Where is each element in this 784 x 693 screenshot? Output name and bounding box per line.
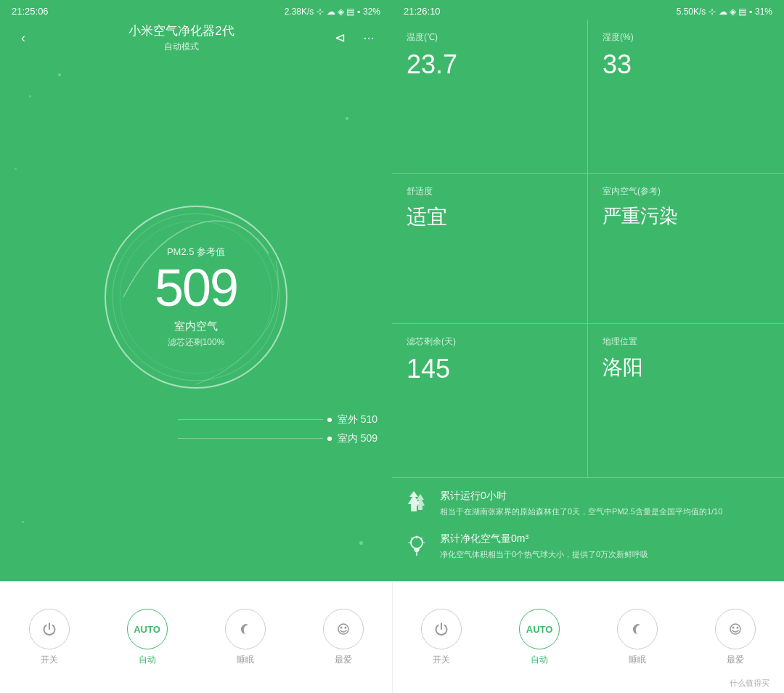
tree-icon xyxy=(404,490,430,521)
temp-value: 23.7 xyxy=(407,49,573,80)
watermark: 什么值得买 xyxy=(724,676,775,689)
svg-point-10 xyxy=(736,627,738,629)
left-screen: 21:25:06 2.38K/s ⊹ ☁ ◈ ▤ ▪ 32% ‹ 小米空气净化器… xyxy=(0,0,392,581)
location-cell: 地理位置 洛阳 xyxy=(588,324,784,478)
humidity-cell: 湿度(%) 33 xyxy=(588,20,784,174)
fav-circle-left[interactable] xyxy=(323,609,364,649)
indoor-value: 室内 509 xyxy=(338,432,377,444)
auto-circle-left[interactable]: AUTO xyxy=(127,609,168,649)
comfort-value: 适宜 xyxy=(407,203,573,231)
temp-label: 温度(℃) xyxy=(407,31,573,44)
svg-point-9 xyxy=(732,627,734,629)
outdoor-dot xyxy=(327,418,332,422)
right-network: 5.50K/s xyxy=(677,7,706,17)
indoor-air-label: 室内空气 xyxy=(155,320,237,333)
left-auto-label: 自动 xyxy=(139,654,156,666)
right-btn-sleep[interactable]: 睡眠 xyxy=(589,609,687,666)
right-btn-auto[interactable]: AUTO 自动 xyxy=(491,609,589,666)
auto-text-right: AUTO xyxy=(526,624,553,635)
stat-item-1: 累计净化空气量0m³ 净化空气体积相当于0个热气球大小，提供了0万次新鲜呼吸 xyxy=(404,532,772,564)
right-btn-power[interactable]: 开关 xyxy=(393,609,491,666)
humidity-value: 33 xyxy=(603,49,769,80)
stat-item-0: 累计运行0小时 相当于在湖南张家界的原始森林住了0天，空气中PM2.5含量是全国… xyxy=(404,490,772,521)
right-auto-label: 自动 xyxy=(531,654,548,666)
left-fav-label: 最爱 xyxy=(335,654,352,666)
left-bottom-bar: 开关 AUTO 自动 睡眠 xyxy=(0,581,392,693)
left-battery: 32% xyxy=(363,7,380,17)
left-btn-auto[interactable]: AUTO 自动 xyxy=(98,609,196,666)
stats-section: 累计运行0小时 相当于在湖南张家界的原始森林住了0天，空气中PM2.5含量是全国… xyxy=(392,478,784,581)
indoor-label: 室内 509 xyxy=(178,432,377,445)
comfort-label: 舒适度 xyxy=(407,185,573,198)
left-status-icons: ⊹ ☁ ◈ ▤ ▪ xyxy=(317,7,360,17)
circle-container: PM2.5 参考值 509 室内空气 滤芯还剩100% xyxy=(94,195,298,399)
particle xyxy=(29,95,31,97)
right-status-icons: ⊹ ☁ ◈ ▤ ▪ xyxy=(709,7,752,17)
sleep-circle-left[interactable] xyxy=(225,609,266,649)
left-btn-power[interactable]: 开关 xyxy=(0,609,98,666)
particle xyxy=(346,117,348,120)
right-battery: 31% xyxy=(755,7,772,17)
right-status-bar: 21:26:10 5.50K/s ⊹ ☁ ◈ ▤ ▪ 31% xyxy=(392,0,784,20)
back-button[interactable]: ‹ xyxy=(12,26,35,49)
stat-title-0: 累计运行0小时 xyxy=(440,490,722,503)
left-btn-fav[interactable]: 最爱 xyxy=(294,609,392,666)
outdoor-value: 室外 510 xyxy=(338,413,377,425)
stat-content-0: 累计运行0小时 相当于在湖南张家界的原始森林住了0天，空气中PM2.5含量是全国… xyxy=(440,490,722,518)
bottom-pair: 开关 AUTO 自动 睡眠 xyxy=(0,581,784,693)
temp-cell: 温度(℃) 23.7 xyxy=(392,20,588,174)
main-circle-area: PM2.5 参考值 509 室内空气 滤芯还剩100% 室外 510 xyxy=(0,59,392,581)
svg-point-8 xyxy=(730,624,740,634)
air-quality-value: 严重污染 xyxy=(603,203,769,229)
stat-content-1: 累计净化空气量0m³ 净化空气体积相当于0个热气球大小，提供了0万次新鲜呼吸 xyxy=(440,532,648,561)
filter-cell: 滤芯剩余(天) 145 xyxy=(392,324,588,478)
right-btn-fav[interactable]: 最爱 xyxy=(686,609,784,666)
filter-remaining: 滤芯还剩100% xyxy=(155,336,237,349)
comfort-cell: 舒适度 适宜 xyxy=(392,174,588,325)
pm-label: PM2.5 参考值 xyxy=(155,246,237,259)
svg-point-6 xyxy=(340,627,342,629)
svg-point-7 xyxy=(344,627,346,629)
power-circle-left[interactable] xyxy=(29,609,70,649)
stat-title-1: 累计净化空气量0m³ xyxy=(440,532,648,546)
fav-circle-right[interactable] xyxy=(715,609,756,649)
mode-name: 自动模式 xyxy=(128,41,234,53)
particle xyxy=(58,73,61,76)
right-power-label: 开关 xyxy=(433,654,450,666)
nav-title: 小米空气净化器2代 自动模式 xyxy=(128,23,234,53)
stat-desc-1: 净化空气体积相当于0个热气球大小，提供了0万次新鲜呼吸 xyxy=(440,548,648,561)
particle xyxy=(15,168,17,170)
location-value: 洛阳 xyxy=(603,354,769,381)
left-time: 21:25:06 xyxy=(12,6,49,17)
humidity-label: 湿度(%) xyxy=(603,31,769,44)
air-quality-label: 室内空气(参考) xyxy=(603,185,769,198)
stat-desc-0: 相当于在湖南张家界的原始森林住了0天，空气中PM2.5含量是全国平均值的1/10 xyxy=(440,506,722,518)
auto-text-left: AUTO xyxy=(134,624,160,635)
indoor-dot xyxy=(327,437,332,441)
air-quality-cell: 室内空气(参考) 严重污染 xyxy=(588,174,784,325)
svg-point-5 xyxy=(338,624,348,634)
device-name: 小米空气净化器2代 xyxy=(128,23,234,39)
outdoor-label: 室外 510 xyxy=(178,413,377,426)
filter-value: 145 xyxy=(407,354,573,384)
share-button[interactable]: ⊲ xyxy=(328,26,351,49)
info-grid: 温度(℃) 23.7 湿度(%) 33 舒适度 适宜 室内空气(参考) 严重污染 xyxy=(392,20,784,478)
location-label: 地理位置 xyxy=(603,336,769,348)
left-power-label: 开关 xyxy=(41,654,58,666)
more-button[interactable]: ··· xyxy=(357,26,380,49)
left-sleep-label: 睡眠 xyxy=(237,654,254,666)
right-sleep-label: 睡眠 xyxy=(629,654,646,666)
power-circle-right[interactable] xyxy=(421,609,462,649)
right-screen: 21:26:10 5.50K/s ⊹ ☁ ◈ ▤ ▪ 31% 温度(℃) 23.… xyxy=(392,0,784,581)
filter-label: 滤芯剩余(天) xyxy=(407,336,573,348)
particle xyxy=(22,521,24,523)
right-fav-label: 最爱 xyxy=(727,654,744,666)
right-time: 21:26:10 xyxy=(404,6,441,17)
left-network: 2.38K/s xyxy=(285,7,314,17)
auto-circle-right[interactable]: AUTO xyxy=(519,609,560,649)
left-nav-bar: ‹ 小米空气净化器2代 自动模式 ⊲ ··· xyxy=(0,20,392,59)
particle xyxy=(359,541,363,545)
left-btn-sleep[interactable]: 睡眠 xyxy=(196,609,294,666)
watermark-text: 什么值得买 xyxy=(724,676,775,690)
sleep-circle-right[interactable] xyxy=(617,609,658,649)
